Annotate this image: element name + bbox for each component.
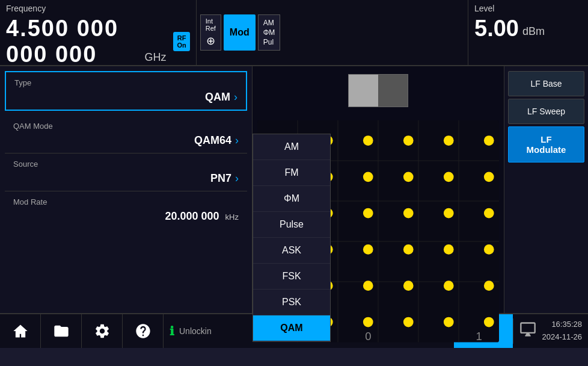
level-value: 5.00 [474, 16, 519, 42]
svg-point-14 [444, 135, 454, 146]
datetime-display: 16:35:28 2024-11-26 [542, 318, 583, 344]
svg-point-32 [444, 244, 454, 255]
mod-rate-unit: kHz [225, 212, 239, 222]
svg-point-33 [484, 244, 494, 255]
settings-button[interactable] [82, 314, 123, 348]
type-value: QAM [205, 91, 230, 104]
qam-mode-block[interactable]: QAM Mode QAM64 › [5, 116, 247, 154]
toolbar-section: IntRef ⊕ Mod AM ΦM Pul [197, 0, 284, 65]
frequency-unit: GHz [144, 51, 166, 64]
svg-point-25 [403, 208, 414, 219]
int-ref-button[interactable]: IntRef ⊕ [200, 14, 221, 51]
left-panel: Type QAM › QAM Mode QAM64 › Source PN7 ›… [0, 66, 253, 313]
svg-point-21 [484, 172, 494, 182]
int-ref-icon: ⊕ [206, 34, 215, 48]
folder-icon [53, 323, 70, 340]
lf-base-button[interactable]: LF Base [508, 71, 584, 96]
phi-m-label: ΦM [263, 28, 275, 37]
svg-point-44 [444, 317, 454, 327]
source-label: Source [13, 160, 239, 169]
svg-point-36 [363, 281, 373, 291]
info-icon: ℹ [170, 324, 174, 338]
level-section: Level 5.00 dBm [468, 0, 588, 65]
right-panel: LF Base LF Sweep LFModulate [504, 66, 588, 313]
svg-point-24 [363, 208, 373, 219]
mod-rate-block[interactable]: Mod Rate 20.000 000 kHz [5, 191, 247, 229]
folder-button[interactable] [41, 314, 82, 348]
spacer [284, 0, 468, 65]
dropdown-item-qam[interactable]: QAM [253, 315, 330, 341]
lf-modulate-button[interactable]: LFModulate [508, 126, 584, 163]
mod-rate-label: Mod Rate [13, 197, 239, 206]
type-param-block[interactable]: Type QAM › [5, 71, 247, 111]
type-label: Type [14, 78, 237, 87]
date-display: 2024-11-26 [542, 331, 583, 344]
svg-point-31 [403, 244, 414, 255]
unlock-label: Unlockin [179, 326, 212, 336]
rf-on-button[interactable]: RFOn [173, 32, 189, 51]
dropdown-item-am[interactable]: AM [253, 134, 330, 160]
home-icon [12, 323, 29, 340]
svg-point-42 [363, 317, 373, 327]
source-block[interactable]: Source PN7 › [5, 154, 247, 191]
svg-point-45 [484, 317, 494, 327]
lf-sweep-button[interactable]: LF Sweep [508, 99, 584, 124]
color-preview-area [253, 66, 504, 114]
time-display: 16:35:28 [542, 318, 583, 331]
svg-text:1: 1 [476, 330, 482, 343]
frequency-label: Frequency [6, 4, 190, 13]
qam-mode-label: QAM Mode [13, 122, 239, 131]
mod-rate-value: 20.000 000 [165, 210, 219, 223]
am-label: AM [263, 19, 275, 27]
bottom-right: 16:35:28 2024-11-26 [513, 318, 589, 344]
dropdown-item-ask[interactable]: ASK [253, 238, 330, 264]
svg-point-13 [403, 135, 414, 146]
svg-point-20 [444, 172, 454, 182]
svg-point-38 [444, 281, 454, 291]
mod-button[interactable]: Mod [224, 14, 256, 51]
svg-point-39 [484, 281, 494, 291]
home-button[interactable] [0, 314, 41, 348]
svg-point-18 [363, 172, 373, 182]
frequency-value: 4.500 000 000 000 [6, 16, 139, 67]
type-arrow: › [234, 91, 237, 104]
svg-point-12 [363, 135, 373, 146]
dropdown-item-psk[interactable]: PSK [253, 290, 330, 315]
monitor-icon [519, 321, 536, 341]
qam-mode-arrow: › [235, 134, 239, 147]
svg-point-15 [484, 135, 494, 146]
dropdown-item-fm[interactable]: FM [253, 160, 330, 186]
color-preview-bar [348, 74, 408, 107]
svg-point-30 [363, 244, 373, 255]
dropdown-item-fsk[interactable]: FSK [253, 264, 330, 290]
type-dropdown: AM FM ΦM Pulse ASK FSK PSK QAM [253, 134, 331, 342]
pul-label: Pul [263, 38, 275, 46]
svg-point-26 [444, 208, 454, 219]
am-phim-pul-button[interactable]: AM ΦM Pul [258, 14, 281, 51]
svg-text:0: 0 [365, 330, 371, 343]
frequency-section: Frequency 4.500 000 000 000 GHz RFOn [0, 0, 197, 65]
dropdown-item-phim[interactable]: ΦM [253, 186, 330, 212]
svg-point-37 [403, 281, 414, 291]
int-ref-label: IntRef [206, 17, 216, 32]
source-value: PN7 [210, 172, 231, 185]
svg-point-19 [403, 172, 414, 182]
settings-icon [94, 323, 111, 340]
help-button[interactable] [123, 314, 164, 348]
level-unit: dBm [522, 25, 545, 38]
help-icon [135, 323, 152, 340]
source-arrow: › [235, 172, 239, 185]
svg-point-27 [484, 208, 494, 219]
dropdown-item-pulse[interactable]: Pulse [253, 212, 330, 238]
level-label: Level [474, 4, 582, 13]
svg-point-43 [403, 317, 414, 327]
qam-mode-value: QAM64 [194, 134, 231, 147]
